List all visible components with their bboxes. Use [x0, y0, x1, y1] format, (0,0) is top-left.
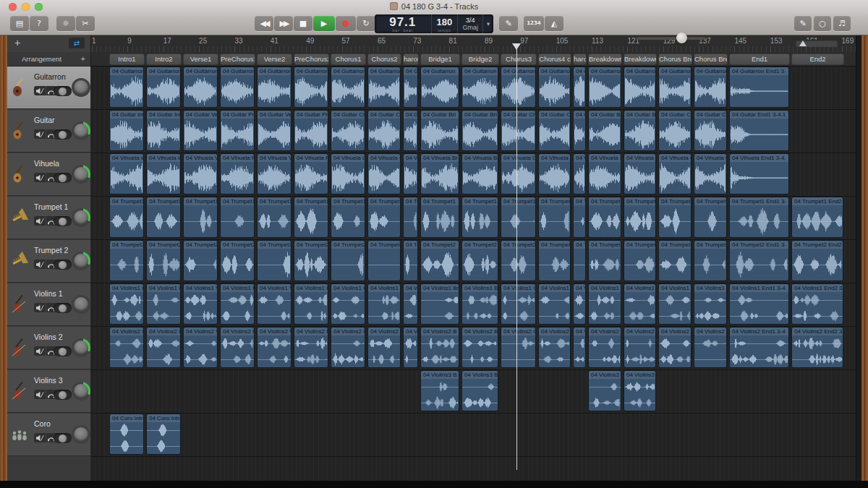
audio-region[interactable]: 04 Guitarron — [501, 67, 536, 108]
track-header-violins-3[interactable]: Violins 3 — [7, 370, 90, 413]
audio-region[interactable]: 04 Trumpet2 End1 3- — [729, 240, 789, 281]
quick-help-icon[interactable]: ? — [30, 16, 48, 31]
arrangement-marker[interactable]: End2 — [791, 53, 844, 65]
audio-region[interactable]: 04 Trumpet1 — [501, 197, 536, 238]
audio-region[interactable]: 04 Guitarron Bre — [624, 67, 656, 108]
audio-region[interactable]: 04 Trumpet1 — [183, 197, 218, 238]
audio-region[interactable]: 04 Trumpet2 End2 3 — [791, 240, 843, 281]
arrangement-marker[interactable]: PreChorus2 — [294, 53, 329, 65]
audio-region[interactable]: 04 Vi — [403, 327, 418, 368]
audio-region[interactable]: 04 Vihuela Cho — [694, 153, 727, 194]
audio-region[interactable]: 04 Vi — [573, 283, 586, 325]
arrangement-marker[interactable]: Breakdown1 — [588, 53, 622, 65]
audio-region[interactable]: 04 Violins1 End2 3-4 — [791, 283, 843, 325]
audio-region[interactable]: 04 Violins1 Br — [588, 283, 621, 325]
audio-region[interactable]: 04 Vi — [573, 327, 586, 368]
zoom-slider[interactable] — [796, 40, 838, 47]
audio-region[interactable]: 04 Trumpet2 — [257, 240, 292, 281]
track-header-vihuela[interactable]: Vihuela — [7, 153, 90, 196]
audio-region[interactable]: 04 Guitarron In — [109, 67, 144, 108]
audio-region[interactable]: 04 Guitar Bre — [624, 110, 656, 151]
arrangement-marker[interactable]: End1 — [729, 53, 790, 65]
audio-region[interactable]: 04 Trumpet1 Pr — [294, 197, 328, 238]
pencil-tool-icon[interactable]: ✎ — [499, 16, 518, 31]
audio-region[interactable]: 04 Violins2 End2 3-4 — [791, 327, 843, 368]
audio-region[interactable]: 04 Trumpet1 End2 3- — [791, 197, 843, 238]
volume-knob[interactable] — [74, 80, 88, 95]
audio-region[interactable]: 04 Trumpet2 — [501, 240, 536, 281]
audio-region[interactable]: 04 Trumpet2 In — [109, 240, 144, 281]
audio-region[interactable]: 04 Guitar Ch — [367, 110, 401, 151]
audio-region[interactable]: 04 Guitar Intro1 — [109, 110, 144, 151]
pan-control[interactable] — [54, 86, 72, 96]
audio-region[interactable]: 04 Guitarron C — [694, 67, 727, 108]
audio-region[interactable]: 04 Violins1 Pre — [220, 283, 255, 325]
volume-knob[interactable] — [74, 167, 88, 181]
audio-region[interactable]: 04 Vi — [403, 153, 418, 194]
audio-region[interactable]: 04 Guitarron — [257, 67, 292, 108]
audio-region[interactable]: 04 Vihuela Ve — [257, 153, 292, 194]
audio-region[interactable]: 04 Guitar Intro — [146, 110, 181, 151]
audio-region[interactable]: 04 Guitar PreC — [294, 110, 328, 151]
audio-region[interactable]: 04 Violins2 Intr — [146, 327, 181, 368]
audio-region[interactable]: 04 Vihuela C — [367, 153, 401, 194]
audio-region[interactable]: 04 Violins3 B — [420, 370, 459, 411]
audio-region[interactable]: 04 Vihuela C — [538, 153, 571, 194]
audio-region[interactable]: 04 Gu — [573, 67, 586, 108]
audio-region[interactable]: 04 Trumpet1 — [367, 197, 401, 238]
vertical-scrollbar[interactable] — [856, 35, 861, 481]
audio-region[interactable]: 04 Violins2 Br — [624, 327, 656, 368]
audio-region[interactable]: 04 Trumpet1 — [331, 197, 365, 238]
arrangement-marker[interactable]: Chorus1 — [331, 53, 366, 65]
audio-region[interactable]: 04 Gu — [403, 110, 418, 151]
audio-region[interactable]: 04 Violins2 C — [501, 327, 536, 368]
pan-control[interactable] — [54, 216, 72, 226]
audio-region[interactable]: 04 Violins2 V — [257, 327, 292, 368]
lcd-display[interactable]: 97.1 bar beat 180 tempo 3/4Gmaj ▾ — [375, 14, 493, 33]
audio-region[interactable]: 04 Vihuela Cho — [658, 153, 692, 194]
audio-region[interactable]: 04 Trumpet1 — [257, 197, 292, 238]
audio-region[interactable]: 04 Guitarron — [183, 67, 218, 108]
playhead-handle[interactable] — [512, 43, 521, 50]
audio-region[interactable]: 04 Guitarron — [538, 67, 571, 108]
audio-region[interactable]: 04 Trumpet2 C — [694, 240, 727, 281]
tracks-area[interactable]: 04 Guitarron In04 Guitarron In04 Guitarr… — [90, 66, 856, 481]
track-header-guitarron[interactable]: Guitarron — [7, 67, 90, 109]
audio-region[interactable]: 04 Tr — [403, 240, 418, 281]
audio-region[interactable]: 04 Tr — [573, 240, 586, 281]
audio-region[interactable]: 04 Trumpet1 — [538, 197, 571, 238]
track-header-violins-1[interactable]: Violins 1 — [7, 283, 90, 326]
notes-compose-icon[interactable]: ✎ — [794, 16, 812, 31]
volume-knob[interactable] — [74, 341, 88, 355]
audio-region[interactable]: 04 Coro Intro1 — [109, 414, 144, 455]
audio-region[interactable]: 04 Tr — [403, 197, 418, 238]
audio-region[interactable]: 04 Coro Intro2 — [146, 414, 181, 455]
track-header-guitar[interactable]: Guitar — [7, 110, 90, 153]
audio-region[interactable]: 04 Violins1 V — [257, 283, 292, 325]
track-header-violins-2[interactable]: Violins 2 — [7, 327, 90, 369]
audio-region[interactable]: 04 Violins3 B — [461, 370, 498, 411]
library-icon[interactable]: ▤ — [10, 16, 29, 31]
audio-region[interactable]: 04 Vihuela Br — [461, 153, 498, 194]
audio-region[interactable]: 04 Vihuela Br — [420, 153, 459, 194]
play-button[interactable]: ▶ — [313, 16, 335, 31]
volume-knob[interactable] — [74, 124, 88, 138]
pan-control[interactable] — [54, 129, 72, 140]
audio-region[interactable]: 04 Violins1 C — [501, 283, 536, 325]
audio-region[interactable]: 04 Violins1 Pre — [294, 283, 328, 325]
rewind-button[interactable]: ◀◀ — [255, 16, 273, 31]
audio-region[interactable]: 04 Violins2 Intr — [109, 327, 144, 368]
audio-region[interactable]: 04 Trumpet2 — [367, 240, 401, 281]
audio-region[interactable]: 04 Violins2 Pre — [220, 327, 255, 368]
audio-region[interactable]: 04 Violins1 B — [461, 283, 498, 325]
mute-icon[interactable] — [34, 390, 46, 399]
audio-region[interactable]: 04 Violins1 Intr — [109, 283, 144, 325]
audio-region[interactable]: 04 Trumpet1 — [420, 197, 459, 238]
arrangement-marker[interactable]: Intro2 — [146, 53, 182, 65]
arrangement-marker[interactable]: Breakdown2 — [624, 53, 657, 65]
audio-region[interactable]: 04 Trumpet2 — [624, 240, 656, 281]
audio-region[interactable]: 04 Violins1 V — [183, 283, 218, 325]
arrangement-marker[interactable]: Chorus4 c — [538, 53, 571, 65]
audio-region[interactable]: 04 Trumpet2 In — [146, 240, 181, 281]
arrangement-marker[interactable]: Intro1 — [109, 53, 145, 65]
